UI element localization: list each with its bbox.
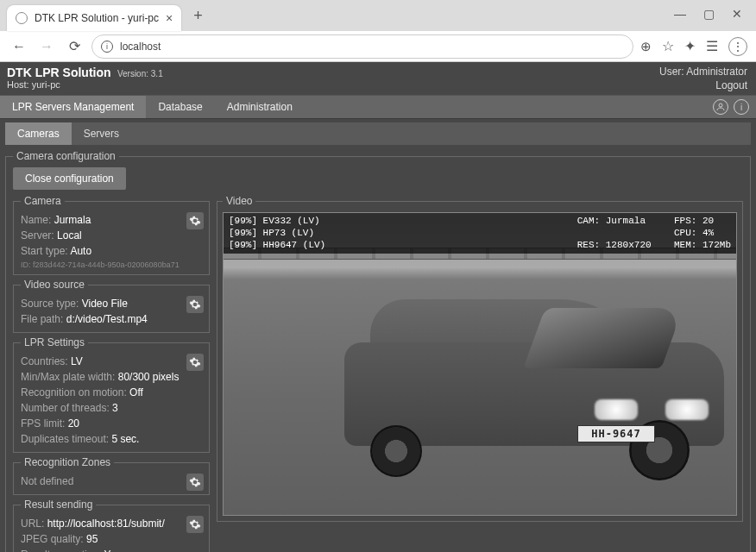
- countries-label: Countries:: [21, 355, 68, 367]
- address-bar[interactable]: i localhost: [91, 34, 633, 59]
- correction-value: Yes: [104, 549, 122, 552]
- maximize-icon[interactable]: ▢: [703, 7, 715, 21]
- camera-start-label: Start type:: [21, 245, 68, 257]
- config-left-column: Camera Name: Jurmala Server: Local Start…: [13, 195, 210, 552]
- account-icon[interactable]: [713, 99, 728, 115]
- logout-link[interactable]: Logout: [659, 79, 747, 91]
- result-url-value: http://localhost:81/submit/: [47, 518, 165, 530]
- main-tabs: LPR Servers Management Database Administ…: [0, 95, 756, 119]
- countries-value: LV: [71, 355, 83, 367]
- svg-point-0: [719, 104, 722, 107]
- threads-label: Number of threads:: [21, 402, 110, 414]
- overlay-detections: [99%] EV332 (LV) [99%] HP73 (LV) [99%] H…: [229, 216, 325, 251]
- video-preview: HH-9647 [99%] EV332 (LV) [99%] HP73 (LV)…: [223, 212, 737, 516]
- threads-value: 3: [112, 402, 118, 414]
- camera-name-label: Name:: [21, 214, 51, 226]
- motion-label: Recognition on motion:: [21, 386, 127, 398]
- browser-titlebar: DTK LPR Solution - yuri-pc × + — ▢ ✕: [0, 0, 756, 31]
- tab-title: DTK LPR Solution - yuri-pc: [35, 12, 159, 24]
- camera-legend: Camera: [21, 195, 65, 207]
- close-window-icon[interactable]: ✕: [732, 7, 742, 21]
- result-url-label: URL:: [21, 518, 44, 530]
- info-icon[interactable]: i: [734, 99, 749, 115]
- dup-timeout-value: 5 sec.: [111, 433, 139, 445]
- bookmark-icon[interactable]: ☆: [662, 38, 674, 54]
- file-path-label: File path:: [21, 313, 63, 325]
- correction-label: Result correction:: [21, 549, 101, 552]
- gear-icon[interactable]: [186, 354, 204, 371]
- favicon: [16, 12, 28, 24]
- plate-width-label: Min/Max plate width:: [21, 371, 115, 383]
- camera-id: ID: f283d442-714a-444b-950a-02006080ba71: [21, 260, 183, 269]
- plate-width-value: 80/300 pixels: [118, 371, 180, 383]
- user-value: Administrator: [686, 66, 747, 78]
- dup-timeout-label: Duplicates timeout:: [21, 433, 109, 445]
- host-label: Host:: [7, 79, 29, 90]
- motion-value: Off: [129, 386, 143, 398]
- source-type-value: Video File: [82, 298, 128, 310]
- zoom-icon[interactable]: ⊕: [640, 39, 652, 54]
- extensions-icon[interactable]: ✦: [684, 38, 696, 54]
- video-legend: Video: [223, 195, 255, 207]
- new-tab-button[interactable]: +: [188, 3, 208, 28]
- sub-tabs: Cameras Servers: [5, 122, 751, 145]
- user-label: User:: [659, 66, 684, 78]
- camera-server-label: Server:: [21, 229, 54, 242]
- host-value: yuri-pc: [32, 79, 60, 90]
- camera-start-value: Auto: [70, 245, 91, 257]
- fps-limit-value: 20: [68, 417, 79, 430]
- license-plate: HH-9647: [577, 425, 655, 442]
- car-graphic: HH-9647: [344, 291, 724, 472]
- zones-value: Not defined: [21, 474, 183, 489]
- reload-icon[interactable]: ⟳: [64, 36, 85, 57]
- file-path-value: d:/video/Test.mp4: [66, 313, 148, 325]
- close-tab-icon[interactable]: ×: [166, 11, 173, 25]
- subtab-servers[interactable]: Servers: [72, 122, 131, 145]
- gear-icon[interactable]: [186, 296, 204, 313]
- zones-legend: Recognition Zones: [21, 456, 114, 468]
- forward-icon[interactable]: →: [36, 36, 57, 57]
- content: Camera configuration Close configuration…: [0, 145, 756, 552]
- result-subgroup: Result sending URL: http://localhost:81/…: [13, 499, 210, 552]
- app-root: DTK LPR Solution Version: 3.1 Host: yuri…: [0, 62, 756, 552]
- app-title: DTK LPR Solution: [7, 66, 111, 79]
- app-header: DTK LPR Solution Version: 3.1 Host: yuri…: [0, 62, 756, 95]
- config-right-column: Video: [217, 195, 743, 522]
- jpeg-quality-value: 95: [86, 533, 98, 545]
- lpr-settings-subgroup: LPR Settings Countries: LV Min/Max plate…: [13, 336, 210, 453]
- camera-server-value: Local: [57, 229, 82, 242]
- camera-subgroup: Camera Name: Jurmala Server: Local Start…: [13, 195, 210, 275]
- lpr-settings-legend: LPR Settings: [21, 336, 88, 348]
- camera-config-legend: Camera configuration: [13, 150, 119, 162]
- gear-icon[interactable]: [186, 474, 204, 491]
- tab-database[interactable]: Database: [146, 96, 214, 118]
- video-source-subgroup: Video source Source type: Video File Fil…: [13, 279, 210, 333]
- video-group: Video: [217, 195, 743, 522]
- video-overlay: [99%] EV332 (LV) [99%] HP73 (LV) [99%] H…: [224, 213, 736, 254]
- result-legend: Result sending: [21, 499, 96, 511]
- site-info-icon[interactable]: i: [101, 41, 113, 53]
- fps-limit-label: FPS limit:: [21, 417, 65, 430]
- tab-administration[interactable]: Administration: [215, 96, 305, 118]
- window-controls: — ▢ ✕: [660, 0, 756, 21]
- overlay-stats: CAM: Jurmala FPS: 20 CPU: 4% RES: 1280x7…: [577, 216, 731, 251]
- browser-toolbar: ← → ⟳ i localhost ⊕ ☆ ✦ ☰ ⋮: [0, 31, 756, 62]
- camera-config-group: Camera configuration Close configuration…: [5, 150, 751, 552]
- menu-icon[interactable]: ⋮: [728, 37, 747, 56]
- profile-icon[interactable]: ☰: [706, 38, 718, 54]
- subtab-cameras[interactable]: Cameras: [5, 122, 72, 145]
- close-config-button[interactable]: Close configuration: [13, 167, 126, 190]
- zones-subgroup: Recognition Zones Not defined: [13, 456, 210, 495]
- camera-name-value: Jurmala: [54, 214, 91, 226]
- video-source-legend: Video source: [21, 279, 88, 291]
- app-version: Version: 3.1: [117, 69, 163, 78]
- back-icon[interactable]: ←: [9, 36, 29, 57]
- minimize-icon[interactable]: —: [674, 7, 686, 21]
- browser-tab[interactable]: DTK LPR Solution - yuri-pc ×: [7, 5, 181, 31]
- jpeg-quality-label: JPEG quality:: [21, 533, 84, 545]
- source-type-label: Source type:: [21, 298, 79, 310]
- gear-icon[interactable]: [186, 212, 204, 229]
- gear-icon[interactable]: [186, 516, 204, 533]
- url-text: localhost: [120, 41, 161, 53]
- tab-lpr-servers[interactable]: LPR Servers Management: [0, 96, 146, 118]
